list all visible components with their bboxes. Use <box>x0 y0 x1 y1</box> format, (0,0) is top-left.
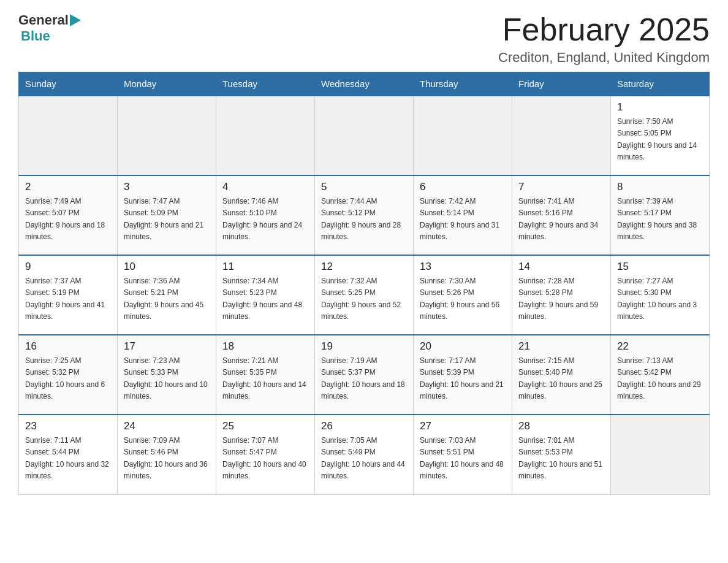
day-info: Sunrise: 7:23 AMSunset: 5:33 PMDaylight:… <box>124 355 210 402</box>
week-row-2: 2Sunrise: 7:49 AMSunset: 5:07 PMDaylight… <box>19 175 710 255</box>
day-info: Sunrise: 7:37 AMSunset: 5:19 PMDaylight:… <box>25 275 111 323</box>
calendar-cell <box>611 415 710 494</box>
calendar-cell: 27Sunrise: 7:03 AMSunset: 5:51 PMDayligh… <box>414 415 512 494</box>
page-header: General Blue February 2025 Crediton, Eng… <box>18 12 710 66</box>
day-info: Sunrise: 7:01 AMSunset: 5:53 PMDaylight:… <box>518 435 604 482</box>
day-info: Sunrise: 7:32 AMSunset: 5:25 PMDaylight:… <box>321 275 407 323</box>
day-info: Sunrise: 7:47 AMSunset: 5:09 PMDaylight:… <box>124 196 210 243</box>
day-number: 27 <box>420 420 506 432</box>
day-number: 3 <box>124 181 210 193</box>
day-info: Sunrise: 7:44 AMSunset: 5:12 PMDaylight:… <box>321 196 407 243</box>
weekday-header-row: Sunday Monday Tuesday Wednesday Thursday… <box>19 72 710 96</box>
day-info: Sunrise: 7:50 AMSunset: 5:05 PMDaylight:… <box>617 116 703 163</box>
day-number: 21 <box>518 340 604 353</box>
calendar-cell: 26Sunrise: 7:05 AMSunset: 5:49 PMDayligh… <box>315 415 414 494</box>
day-number: 13 <box>420 261 506 273</box>
day-info: Sunrise: 7:05 AMSunset: 5:49 PMDaylight:… <box>321 435 407 482</box>
logo: General Blue <box>18 12 81 44</box>
calendar-cell: 14Sunrise: 7:28 AMSunset: 5:28 PMDayligh… <box>512 255 611 335</box>
day-info: Sunrise: 7:15 AMSunset: 5:40 PMDaylight:… <box>518 355 604 402</box>
calendar-cell: 16Sunrise: 7:25 AMSunset: 5:32 PMDayligh… <box>19 335 118 415</box>
calendar-cell: 2Sunrise: 7:49 AMSunset: 5:07 PMDaylight… <box>19 175 118 255</box>
day-info: Sunrise: 7:34 AMSunset: 5:23 PMDaylight:… <box>222 275 308 323</box>
day-info: Sunrise: 7:07 AMSunset: 5:47 PMDaylight:… <box>222 435 308 482</box>
day-number: 25 <box>222 420 308 432</box>
day-info: Sunrise: 7:13 AMSunset: 5:42 PMDaylight:… <box>617 355 703 402</box>
calendar-cell: 3Sunrise: 7:47 AMSunset: 5:09 PMDaylight… <box>118 175 216 255</box>
logo-general-text: General <box>18 12 69 28</box>
day-number: 24 <box>124 420 210 432</box>
header-monday: Monday <box>118 72 216 96</box>
day-number: 11 <box>222 261 308 273</box>
calendar-cell: 1Sunrise: 7:50 AMSunset: 5:05 PMDaylight… <box>611 96 710 175</box>
day-number: 15 <box>617 261 703 273</box>
week-row-5: 23Sunrise: 7:11 AMSunset: 5:44 PMDayligh… <box>19 415 710 494</box>
calendar-cell: 8Sunrise: 7:39 AMSunset: 5:17 PMDaylight… <box>611 175 710 255</box>
day-info: Sunrise: 7:41 AMSunset: 5:16 PMDaylight:… <box>518 196 604 243</box>
calendar-cell: 5Sunrise: 7:44 AMSunset: 5:12 PMDaylight… <box>315 175 414 255</box>
day-info: Sunrise: 7:49 AMSunset: 5:07 PMDaylight:… <box>25 196 111 243</box>
header-tuesday: Tuesday <box>216 72 315 96</box>
day-info: Sunrise: 7:17 AMSunset: 5:39 PMDaylight:… <box>420 355 506 402</box>
calendar-cell <box>19 96 118 175</box>
calendar-cell: 6Sunrise: 7:42 AMSunset: 5:14 PMDaylight… <box>414 175 512 255</box>
calendar-cell: 15Sunrise: 7:27 AMSunset: 5:30 PMDayligh… <box>611 255 710 335</box>
day-number: 16 <box>25 340 111 353</box>
day-number: 26 <box>321 420 407 432</box>
calendar-cell: 19Sunrise: 7:19 AMSunset: 5:37 PMDayligh… <box>315 335 414 415</box>
calendar-cell: 18Sunrise: 7:21 AMSunset: 5:35 PMDayligh… <box>216 335 315 415</box>
day-number: 20 <box>420 340 506 353</box>
calendar-table: Sunday Monday Tuesday Wednesday Thursday… <box>18 72 710 495</box>
header-saturday: Saturday <box>611 72 710 96</box>
day-info: Sunrise: 7:25 AMSunset: 5:32 PMDaylight:… <box>25 355 111 402</box>
day-number: 18 <box>222 340 308 353</box>
week-row-3: 9Sunrise: 7:37 AMSunset: 5:19 PMDaylight… <box>19 255 710 335</box>
day-number: 19 <box>321 340 407 353</box>
calendar-cell: 9Sunrise: 7:37 AMSunset: 5:19 PMDaylight… <box>19 255 118 335</box>
day-info: Sunrise: 7:28 AMSunset: 5:28 PMDaylight:… <box>518 275 604 323</box>
calendar-cell: 28Sunrise: 7:01 AMSunset: 5:53 PMDayligh… <box>512 415 611 494</box>
calendar-title: February 2025 <box>498 12 710 47</box>
calendar-cell: 25Sunrise: 7:07 AMSunset: 5:47 PMDayligh… <box>216 415 315 494</box>
header-wednesday: Wednesday <box>315 72 414 96</box>
calendar-cell: 12Sunrise: 7:32 AMSunset: 5:25 PMDayligh… <box>315 255 414 335</box>
day-number: 8 <box>617 181 703 193</box>
day-number: 7 <box>518 181 604 193</box>
title-section: February 2025 Crediton, England, United … <box>498 12 710 66</box>
calendar-cell: 11Sunrise: 7:34 AMSunset: 5:23 PMDayligh… <box>216 255 315 335</box>
calendar-cell: 4Sunrise: 7:46 AMSunset: 5:10 PMDaylight… <box>216 175 315 255</box>
calendar-cell: 13Sunrise: 7:30 AMSunset: 5:26 PMDayligh… <box>414 255 512 335</box>
day-number: 28 <box>518 420 604 432</box>
calendar-cell: 24Sunrise: 7:09 AMSunset: 5:46 PMDayligh… <box>118 415 216 494</box>
svg-marker-0 <box>70 14 81 26</box>
day-info: Sunrise: 7:03 AMSunset: 5:51 PMDaylight:… <box>420 435 506 482</box>
day-info: Sunrise: 7:21 AMSunset: 5:35 PMDaylight:… <box>222 355 308 402</box>
header-sunday: Sunday <box>19 72 118 96</box>
day-info: Sunrise: 7:09 AMSunset: 5:46 PMDaylight:… <box>124 435 210 482</box>
day-number: 5 <box>321 181 407 193</box>
day-number: 2 <box>25 181 111 193</box>
day-number: 17 <box>124 340 210 353</box>
calendar-cell: 21Sunrise: 7:15 AMSunset: 5:40 PMDayligh… <box>512 335 611 415</box>
day-number: 1 <box>617 101 703 113</box>
day-info: Sunrise: 7:36 AMSunset: 5:21 PMDaylight:… <box>124 275 210 323</box>
calendar-cell: 23Sunrise: 7:11 AMSunset: 5:44 PMDayligh… <box>19 415 118 494</box>
logo-arrow-icon <box>70 14 81 26</box>
day-info: Sunrise: 7:39 AMSunset: 5:17 PMDaylight:… <box>617 196 703 243</box>
header-thursday: Thursday <box>414 72 512 96</box>
calendar-cell: 20Sunrise: 7:17 AMSunset: 5:39 PMDayligh… <box>414 335 512 415</box>
day-number: 4 <box>222 181 308 193</box>
day-number: 10 <box>124 261 210 273</box>
day-number: 14 <box>518 261 604 273</box>
calendar-cell <box>414 96 512 175</box>
calendar-cell: 7Sunrise: 7:41 AMSunset: 5:16 PMDaylight… <box>512 175 611 255</box>
day-number: 12 <box>321 261 407 273</box>
day-number: 9 <box>25 261 111 273</box>
day-number: 6 <box>420 181 506 193</box>
day-info: Sunrise: 7:46 AMSunset: 5:10 PMDaylight:… <box>222 196 308 243</box>
day-number: 23 <box>25 420 111 432</box>
day-info: Sunrise: 7:11 AMSunset: 5:44 PMDaylight:… <box>25 435 111 482</box>
logo-blue-text: Blue <box>21 28 50 44</box>
day-info: Sunrise: 7:27 AMSunset: 5:30 PMDaylight:… <box>617 275 703 323</box>
calendar-cell <box>512 96 611 175</box>
